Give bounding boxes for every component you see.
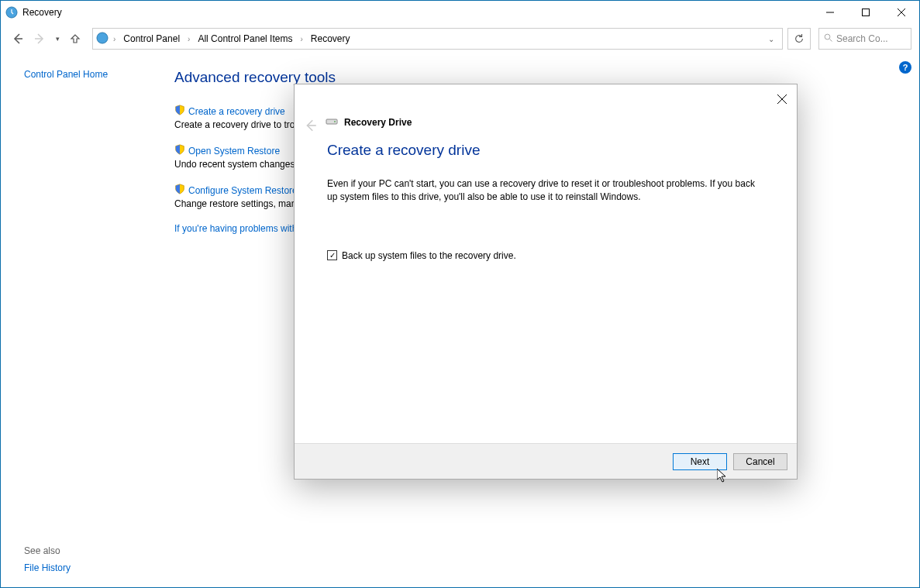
dialog-body: Create a recovery drive Even if your PC … (295, 123, 797, 443)
close-button[interactable] (884, 1, 919, 24)
maximize-button[interactable] (848, 1, 884, 24)
svg-line-9 (830, 39, 832, 41)
back-button[interactable] (9, 29, 27, 48)
svg-point-7 (97, 33, 108, 43)
backup-checkbox[interactable]: ✓ Back up system files to the recovery d… (327, 250, 764, 261)
see-also: See also File History (24, 545, 71, 573)
svg-point-14 (334, 121, 336, 122)
svg-point-8 (825, 34, 830, 40)
recovery-icon (5, 6, 18, 19)
checkbox-icon: ✓ (327, 250, 337, 260)
svg-rect-2 (863, 9, 870, 16)
search-placeholder: Search Co... (836, 33, 888, 44)
breadcrumb-item[interactable]: Control Panel (120, 32, 183, 46)
nav-bar: ▾ › Control Panel › All Control Panel It… (1, 24, 919, 53)
breadcrumb-item[interactable]: All Control Panel Items (195, 32, 295, 46)
recovery-icon (96, 32, 109, 46)
file-history-link[interactable]: File History (24, 562, 71, 573)
title-bar: Recovery (1, 1, 919, 24)
shield-icon (174, 105, 185, 118)
drive-icon (326, 115, 338, 129)
recent-dropdown[interactable]: ▾ (52, 29, 63, 48)
recovery-drive-dialog: Recovery Drive Create a recovery drive E… (294, 84, 798, 480)
chevron-right-icon: › (300, 35, 302, 43)
sidebar: Control Panel Home (1, 69, 164, 587)
shield-icon (174, 184, 185, 197)
dialog-back-button (304, 119, 318, 136)
dialog-description: Even if your PC can't start, you can use… (327, 177, 764, 204)
dialog-header-title: Recovery Drive (344, 117, 412, 128)
address-bar[interactable]: › Control Panel › All Control Panel Item… (92, 28, 783, 50)
tool-link-label: Configure System Restore (188, 185, 298, 196)
next-button[interactable]: Next (673, 453, 727, 470)
control-panel-home-link[interactable]: Control Panel Home (24, 69, 164, 80)
tool-link-label: Open System Restore (188, 146, 280, 156)
tool-link-label: Create a recovery drive (188, 106, 285, 117)
forward-button[interactable] (30, 29, 49, 48)
up-button[interactable] (66, 29, 84, 48)
dialog-title: Create a recovery drive (327, 142, 764, 159)
dialog-close-button[interactable] (772, 89, 792, 109)
breadcrumb-item[interactable]: Recovery (308, 32, 353, 46)
dialog-top: Recovery Drive (295, 84, 797, 123)
dialog-header: Recovery Drive (295, 115, 797, 129)
cancel-button[interactable]: Cancel (733, 453, 787, 470)
refresh-button[interactable] (787, 28, 811, 50)
search-input[interactable]: Search Co... (818, 28, 911, 50)
address-dropdown[interactable]: ⌄ (763, 35, 779, 43)
chevron-right-icon: › (113, 35, 115, 43)
chevron-right-icon: › (188, 35, 190, 43)
checkbox-label: Back up system files to the recovery dri… (342, 250, 516, 261)
dialog-footer: Next Cancel (295, 443, 797, 479)
minimize-button[interactable] (812, 1, 848, 24)
see-also-header: See also (24, 545, 71, 556)
help-icon[interactable]: ? (899, 61, 911, 74)
window-title: Recovery (22, 7, 62, 18)
shield-icon (174, 144, 185, 157)
search-icon (824, 33, 833, 45)
